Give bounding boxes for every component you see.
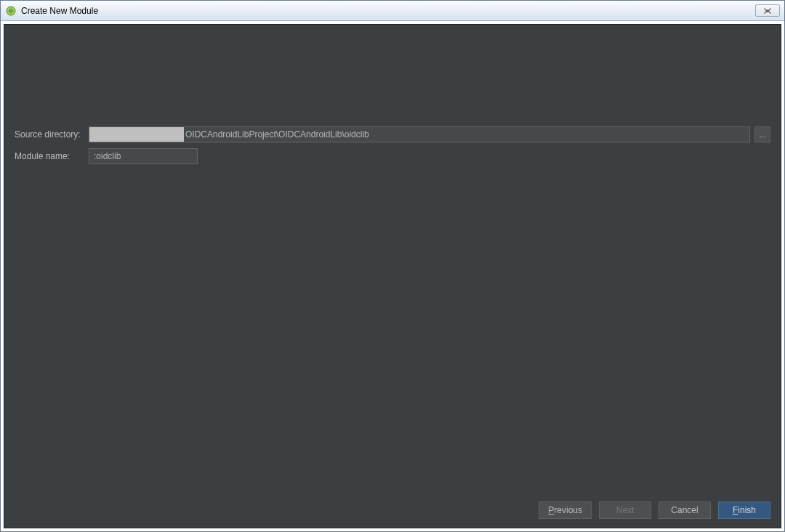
button-bar: Previous Next Cancel Finish	[4, 497, 781, 528]
module-name-value: :oidclib	[89, 151, 121, 161]
app-icon	[5, 5, 17, 17]
close-button[interactable]	[755, 4, 780, 17]
module-name-input[interactable]: :oidclib	[89, 148, 198, 164]
previous-button[interactable]: Previous	[539, 501, 592, 519]
redacted-path-prefix	[89, 127, 184, 142]
module-name-label: Module name:	[15, 151, 89, 161]
module-name-row: Module name: :oidclib	[15, 148, 770, 164]
titlebar: Create New Module	[1, 1, 784, 21]
previous-rest: revious	[554, 505, 582, 515]
dialog-content: Source directory: OIDCAndroidLibProject\…	[4, 24, 781, 528]
source-directory-label: Source directory:	[15, 129, 89, 140]
window-title: Create New Module	[21, 6, 755, 16]
next-label: Next	[616, 505, 635, 515]
source-directory-input[interactable]: OIDCAndroidLibProject\OIDCAndroidLib\oid…	[89, 126, 750, 142]
source-directory-value: OIDCAndroidLibProject\OIDCAndroidLib\oid…	[184, 129, 369, 140]
form-area: Source directory: OIDCAndroidLibProject\…	[4, 25, 781, 497]
finish-rest: inish	[738, 505, 756, 515]
finish-button[interactable]: Finish	[718, 501, 770, 519]
next-button[interactable]: Next	[599, 501, 651, 519]
source-directory-row: Source directory: OIDCAndroidLibProject\…	[15, 126, 770, 142]
ellipsis-icon: ...	[760, 131, 765, 139]
cancel-label: Cancel	[671, 505, 698, 515]
cancel-button[interactable]: Cancel	[659, 501, 711, 519]
browse-button[interactable]: ...	[754, 126, 770, 142]
